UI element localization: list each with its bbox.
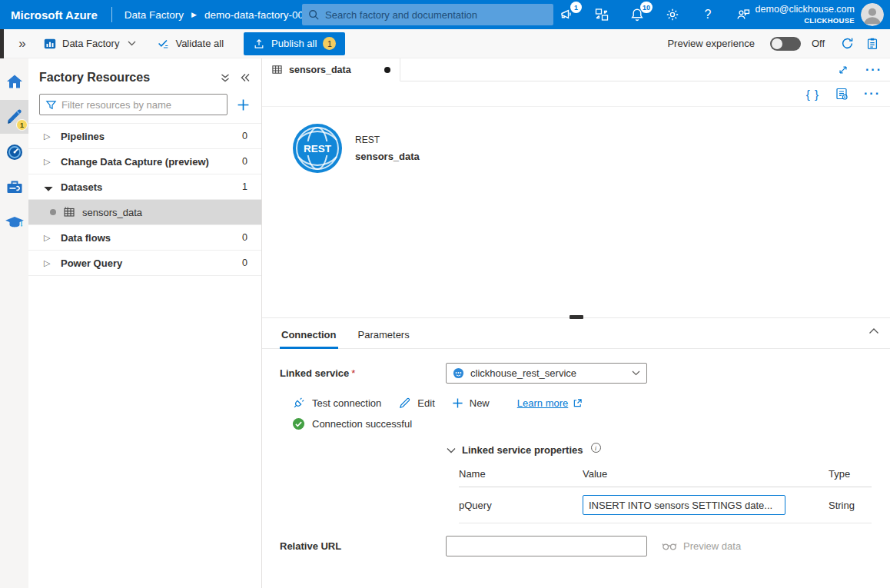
- linked-service-dropdown[interactable]: clickhouse_rest_service: [446, 363, 647, 384]
- edit-linked-service-button[interactable]: Edit: [398, 397, 434, 410]
- collapsed-triangle-icon: ▷: [44, 233, 61, 243]
- gear-icon: [665, 7, 680, 22]
- editor-more-icon[interactable]: ···: [864, 90, 881, 98]
- plus-icon: [452, 397, 463, 409]
- global-search[interactable]: [302, 4, 553, 25]
- splitter-drag-handle[interactable]: [570, 315, 583, 319]
- linked-service-value: clickhouse_rest_service: [470, 367, 626, 379]
- column-header-type: Type: [829, 468, 872, 480]
- breadcrumb-factory[interactable]: demo-data-factory-00: [204, 9, 304, 21]
- author-changes-badge: 1: [16, 119, 28, 131]
- nav-manage[interactable]: [0, 171, 28, 204]
- refresh-icon[interactable]: [840, 36, 855, 51]
- property-value-input[interactable]: [583, 495, 785, 515]
- filter-funnel-icon: [45, 99, 57, 111]
- publish-all-button[interactable]: Publish all 1: [244, 32, 345, 55]
- column-header-name: Name: [459, 468, 583, 480]
- section-chevron-icon[interactable]: [447, 447, 456, 453]
- divider: [111, 7, 112, 22]
- chevron-down-icon: [632, 370, 640, 376]
- tab-parameters[interactable]: Parameters: [357, 329, 411, 348]
- data-factory-icon: [43, 37, 57, 51]
- factory-resources-panel: Factory Resources ▷ Pipelines 0 ▷ Change…: [28, 58, 262, 588]
- search-input[interactable]: [325, 9, 547, 21]
- preview-experience-toggle[interactable]: [770, 37, 801, 51]
- external-link-icon: [573, 398, 583, 408]
- connection-status: Connection successful: [280, 417, 890, 430]
- avatar[interactable]: [861, 3, 884, 26]
- code-view-icon[interactable]: { }: [806, 88, 819, 101]
- nav-home[interactable]: [0, 65, 28, 98]
- resource-filter-input[interactable]: [61, 99, 221, 111]
- publish-all-label: Publish all: [271, 38, 317, 49]
- feedback-person-icon: [736, 7, 751, 22]
- group-count: 0: [242, 131, 247, 141]
- azure-top-bar: Microsoft Azure Data Factory ▶ demo-data…: [0, 0, 890, 29]
- dataset-item-sensors-data[interactable]: sensors_data: [28, 200, 261, 225]
- selected-dot-icon: [50, 209, 56, 215]
- azure-brand[interactable]: Microsoft Azure: [0, 8, 111, 22]
- tab-sensors-data[interactable]: sensors_data: [262, 58, 400, 81]
- glasses-icon: [662, 541, 677, 551]
- toolbox-icon: [5, 178, 24, 197]
- collapsed-triangle-icon: ▷: [44, 157, 61, 167]
- validate-all-label: Validate all: [175, 38, 224, 49]
- property-type: String: [829, 500, 872, 511]
- announcements-button[interactable]: 1: [558, 6, 575, 23]
- resources-tree: ▷ Pipelines 0 ▷ Change Data Capture (pre…: [28, 123, 261, 276]
- group-count: 0: [242, 232, 247, 243]
- tree-group-cdc[interactable]: ▷ Change Data Capture (preview) 0: [28, 149, 261, 174]
- breadcrumb-app[interactable]: Data Factory: [125, 9, 184, 21]
- expand-editor-icon[interactable]: [838, 65, 848, 75]
- collapse-panel-chevron-icon[interactable]: [868, 327, 879, 334]
- settings-button[interactable]: [664, 6, 681, 23]
- collapsed-triangle-icon: ▷: [44, 131, 61, 141]
- tree-group-power-query[interactable]: ▷ Power Query 0: [28, 251, 261, 276]
- gauge-icon: [5, 143, 24, 161]
- test-connection-button[interactable]: Test connection: [292, 396, 381, 410]
- collapse-panel-icon[interactable]: [240, 73, 251, 82]
- notifications-badge: 10: [640, 2, 653, 13]
- factory-resources-title: Factory Resources: [39, 71, 211, 85]
- preview-data-button[interactable]: Preview data: [662, 540, 741, 552]
- factory-menu[interactable]: Data Factory: [43, 37, 136, 51]
- group-count: 1: [242, 181, 247, 192]
- resource-filter[interactable]: [39, 94, 227, 115]
- directory-switch-icon: [594, 7, 609, 22]
- add-resource-button[interactable]: [234, 95, 252, 114]
- tab-more-icon[interactable]: ···: [865, 66, 882, 74]
- tab-connection[interactable]: Connection: [280, 329, 338, 348]
- chevron-down-icon: [128, 41, 136, 46]
- tree-group-datasets[interactable]: Datasets 1: [28, 174, 261, 200]
- properties-table: Name Value Type pQuery String: [459, 463, 872, 523]
- tree-group-data-flows[interactable]: ▷ Data flows 0: [28, 225, 261, 251]
- properties-section-title[interactable]: Linked service properties: [462, 444, 583, 456]
- validate-all-button[interactable]: Validate all: [156, 37, 224, 51]
- collapse-all-icon[interactable]: [220, 73, 231, 83]
- collapsed-triangle-icon: ▷: [44, 258, 61, 268]
- tree-group-pipelines[interactable]: ▷ Pipelines 0: [28, 124, 261, 149]
- expand-sidebar-button[interactable]: »: [0, 36, 43, 51]
- account-info[interactable]: demo@clickhouse.com CLICKHOUSE: [756, 0, 855, 29]
- svg-text:REST: REST: [304, 143, 332, 154]
- configuration-panel: Connection Parameters Linked service* cl…: [262, 320, 890, 556]
- rest-dataset-card[interactable]: REST REST sensors_data: [292, 123, 420, 174]
- toggle-knob: [772, 38, 782, 49]
- properties-icon[interactable]: [835, 87, 848, 101]
- relative-url-input[interactable]: [446, 536, 647, 556]
- nav-monitor[interactable]: [0, 135, 28, 169]
- success-check-icon: [292, 417, 305, 430]
- nav-author[interactable]: 1: [0, 100, 28, 134]
- dataset-type-label: REST: [355, 135, 420, 145]
- notifications-button[interactable]: 10: [629, 6, 646, 23]
- new-linked-service-button[interactable]: New: [452, 397, 490, 409]
- plug-icon: [292, 396, 306, 410]
- property-name: pQuery: [459, 500, 583, 511]
- switch-directory-button[interactable]: [593, 6, 610, 23]
- nav-learning-center[interactable]: [0, 206, 28, 240]
- home-icon: [5, 72, 24, 91]
- help-button[interactable]: ?: [699, 6, 716, 23]
- learn-more-link[interactable]: Learn more: [517, 397, 583, 409]
- feedback-button[interactable]: [735, 6, 752, 23]
- feedback-list-icon[interactable]: [865, 37, 879, 51]
